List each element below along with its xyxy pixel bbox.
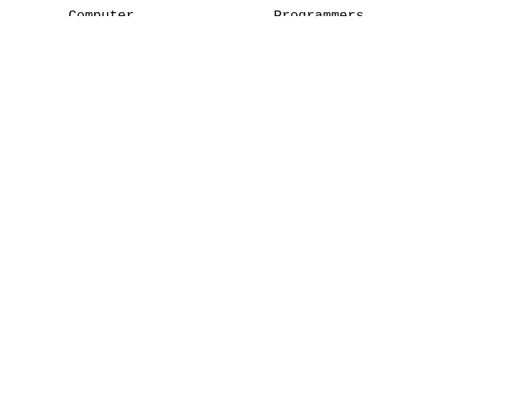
header-computer: Computer: [68, 8, 134, 16]
header-programmers: Programmers: [274, 8, 364, 16]
